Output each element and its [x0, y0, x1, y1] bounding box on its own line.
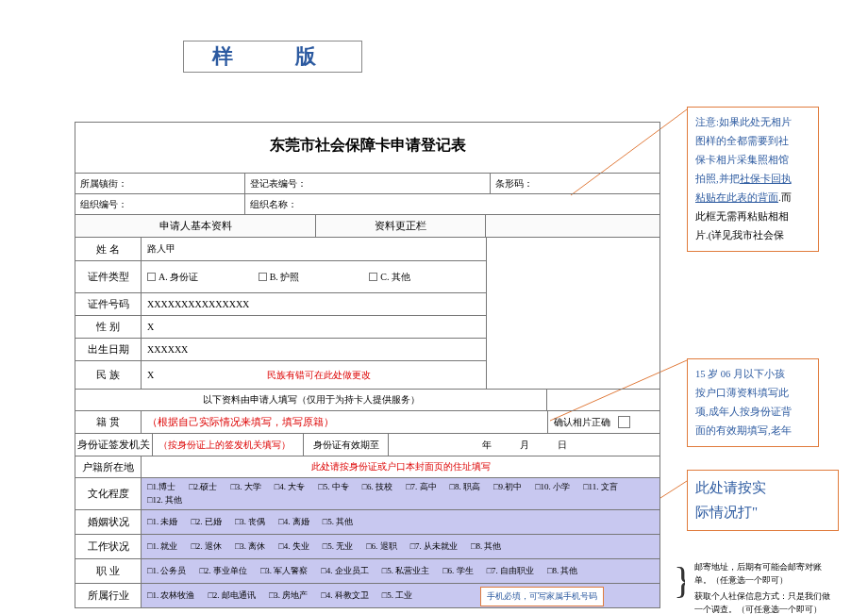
marriage-options[interactable]: □1. 未婚□2. 已婚□3. 丧偶□4. 离婚□5. 其他 — [142, 510, 659, 534]
photo-area-header — [486, 215, 659, 237]
annotation-check: 此处请按实 际情况打" — [687, 470, 839, 531]
dob-label: 出生日期 — [75, 339, 142, 360]
native-hint: （根据自己实际情况来填写，填写原籍） — [142, 411, 548, 433]
form-title: 东莞市社会保障卡申请登记表 — [75, 123, 659, 173]
confirm-checkbox[interactable] — [618, 416, 630, 428]
marriage-label: 婚姻状况 — [75, 510, 142, 534]
id-expiry-date: 年月日 — [389, 434, 659, 456]
connector-line-3 — [660, 472, 689, 528]
service-header: 以下资料由申请人填写（仅用于为持卡人提供服务） — [75, 390, 547, 410]
main-form: 东莞市社会保障卡申请登记表 所属镇街： 登记表编号： 条形码： 组织编号： 组织… — [75, 122, 660, 608]
ethnic-note: 民族有错可在此处做更改 — [267, 369, 371, 382]
work-label: 工作状况 — [75, 535, 142, 558]
gender-row: 性 别 X — [75, 315, 486, 338]
barcode-label: 条形码： — [491, 174, 659, 193]
occupation-label: 职 业 — [75, 559, 142, 583]
body-grid: 姓 名 路人甲 证件类型 A. 身份证 B. 护照 C. 其他 证件号码 XXX… — [75, 237, 659, 389]
annotation-photo: 注意:如果此处无相片 图样的全都需要到社 保卡相片采集照相馆 拍照,并把社保卡回… — [687, 107, 819, 252]
doc-type-row: 证件类型 A. 身份证 B. 护照 C. 其他 — [75, 260, 486, 292]
body-left: 姓 名 路人甲 证件类型 A. 身份证 B. 护照 C. 其他 证件号码 XXX… — [75, 238, 486, 389]
education-label: 文化程度 — [75, 478, 142, 509]
name-row: 姓 名 路人甲 — [75, 238, 486, 260]
ethnic-row: 民 族 X 民族有错可在此处做更改 — [75, 360, 486, 389]
header-row-1: 所属镇街： 登记表编号： 条形码： — [75, 173, 659, 193]
name-value: 路人甲 — [142, 238, 486, 260]
org-name-label: 组织名称： — [245, 194, 659, 214]
brace-icon: } — [674, 558, 685, 610]
native-label: 籍 贯 — [75, 411, 142, 433]
sample-banner: 样 版 — [183, 41, 362, 73]
occupation-options[interactable]: □1. 公务员□2. 事业单位□3. 军人警察□4. 企业员工□5. 私营业主□… — [142, 559, 659, 583]
marriage-row: 婚姻状况 □1. 未婚□2. 已婚□3. 丧偶□4. 离婚□5. 其他 — [75, 509, 659, 534]
registered-hint: 此处请按身份证或户口本封面页的住址填写 — [142, 456, 659, 477]
gender-label: 性 别 — [75, 316, 142, 338]
doc-type-label: 证件类型 — [75, 261, 142, 292]
id-agency-hint: （按身份证上的签发机关填写） — [153, 434, 304, 456]
reg-no-label: 登记表编号： — [245, 174, 491, 193]
doc-no-row: 证件号码 XXXXXXXXXXXXXXX — [75, 292, 486, 315]
correction-header: 资料更正栏 — [316, 215, 486, 237]
header-row-2: 组织编号： 组织名称： — [75, 193, 659, 214]
doc-type-options: A. 身份证 B. 护照 C. 其他 — [142, 261, 486, 292]
doc-no-value: XXXXXXXXXXXXXXX — [142, 293, 486, 315]
native-row: 籍 贯 （根据自己实际情况来填写，填写原籍） 确认相片正确 — [75, 410, 659, 433]
registered-row: 户籍所在地 此处请按身份证或户口本封面页的住址填写 — [75, 456, 659, 477]
annotation-age: 15 岁 06 月以下小孩 按户口薄资料填写此 项,成年人按身份证背 面的有效期… — [687, 358, 819, 447]
id-agency-label: 身份证签发机关 — [75, 434, 153, 456]
confirm-photo: 确认相片正确 — [548, 411, 659, 433]
dob-row: 出生日期 XXXXXX — [75, 338, 486, 360]
ethnic-label: 民 族 — [75, 361, 142, 389]
town-label: 所属镇街： — [75, 174, 245, 193]
phone-note: 手机必填，可写家属手机号码 — [480, 587, 604, 606]
name-label: 姓 名 — [75, 238, 142, 260]
work-options[interactable]: □1. 就业□2. 退休□3. 离休□4. 失业□5. 无业□6. 退职□7. … — [142, 535, 659, 558]
org-code-label: 组织编号： — [75, 194, 245, 214]
registered-label: 户籍所在地 — [75, 456, 142, 477]
occupation-row: 职 业 □1. 公务员□2. 事业单位□3. 军人警察□4. 企业员工□5. 私… — [75, 558, 659, 583]
doc-no-label: 证件号码 — [75, 293, 142, 315]
gender-value: X — [142, 316, 486, 338]
photo-placeholder — [486, 238, 659, 389]
education-row: 文化程度 □1.博士□2.硕士□3. 大学□4. 大专□5. 中专□6. 技校□… — [75, 477, 659, 509]
basic-info-header: 申请人基本资料 — [75, 215, 316, 237]
ethnic-value: X 民族有错可在此处做更改 — [142, 361, 486, 389]
doc-opt-b[interactable]: B. 护照 — [259, 271, 370, 284]
doc-opt-c[interactable]: C. 其他 — [369, 271, 480, 284]
section-header: 申请人基本资料 资料更正栏 — [75, 214, 659, 237]
doc-opt-a[interactable]: A. 身份证 — [147, 271, 259, 284]
work-row: 工作状况 □1. 就业□2. 退休□3. 离休□4. 失业□5. 无业□6. 退… — [75, 534, 659, 558]
annotation-mail: 邮寄地址，后期有可能会邮寄对账单。（任意选一个即可） 获取个人社保信息方式：只是… — [687, 556, 839, 614]
svg-line-2 — [660, 481, 687, 498]
education-options[interactable]: □1.博士□2.硕士□3. 大学□4. 大专□5. 中专□6. 技校□7. 高中… — [142, 478, 659, 509]
industry-label: 所属行业 — [75, 584, 142, 607]
id-expiry-label: 身份证有效期至 — [304, 434, 389, 456]
dob-value: XXXXXX — [142, 339, 486, 360]
id-agency-row: 身份证签发机关 （按身份证上的签发机关填写） 身份证有效期至 年月日 — [75, 433, 659, 456]
